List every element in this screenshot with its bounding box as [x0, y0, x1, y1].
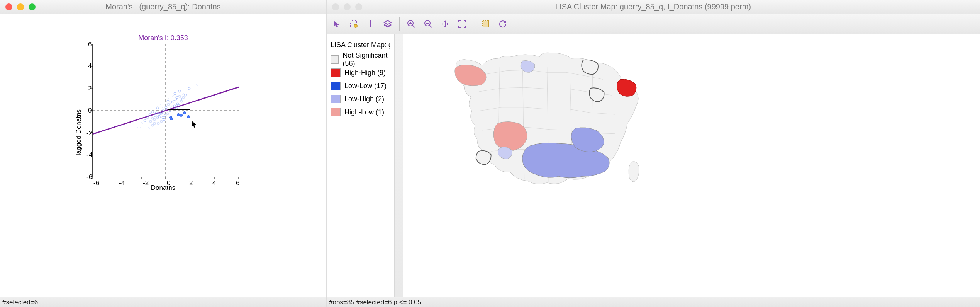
titlebar-right: LISA Cluster Map: guerry_85_q, I_Donatns…	[327, 0, 980, 14]
legend-item-low-high[interactable]: Low-High (2)	[331, 92, 390, 106]
legend-swatch	[331, 55, 339, 64]
svg-point-19	[149, 120, 152, 123]
svg-rect-96	[483, 21, 489, 27]
layers-tool[interactable]	[382, 19, 393, 29]
legend-label: Not Significant (56)	[342, 51, 390, 68]
svg-point-38	[159, 105, 161, 107]
svg-point-75	[163, 118, 165, 121]
svg-point-71	[149, 126, 151, 128]
y-tick: -2	[86, 130, 92, 137]
toolbar-separator	[474, 17, 474, 31]
svg-point-67	[182, 96, 185, 99]
legend-title: LISA Cluster Map: guerry	[331, 41, 390, 49]
status-text: #obs=85 #selected=6 p <= 0.05	[329, 298, 421, 306]
background-points	[138, 85, 197, 128]
legend-swatch	[331, 82, 341, 90]
svg-point-46	[167, 100, 169, 102]
mouse-cursor-icon	[191, 120, 198, 128]
legend-label: High-High (9)	[344, 69, 386, 77]
svg-point-44	[142, 121, 144, 123]
svg-point-50	[181, 92, 183, 94]
svg-point-78	[195, 85, 197, 87]
svg-point-58	[151, 117, 154, 119]
window-title-right: LISA Cluster Map: guerry_85_q, I_Donatns…	[327, 2, 980, 11]
svg-point-51	[178, 90, 181, 92]
svg-point-26	[161, 108, 163, 110]
legend-swatch	[331, 68, 341, 77]
pan-tool[interactable]	[440, 19, 451, 29]
titlebar-left: Moran's I (guerry_85_q): Donatns	[0, 0, 326, 14]
maximize-window-button[interactable]	[29, 3, 36, 10]
legend-item-low-low[interactable]: Low-Low (17)	[331, 79, 390, 92]
svg-point-73	[157, 122, 159, 125]
scatter-plot-area[interactable]: Moran's I: 0.353 lagged Donatns -6 -4 -2…	[0, 14, 326, 297]
minimize-window-button[interactable]	[17, 3, 24, 10]
svg-point-57	[154, 114, 156, 117]
svg-line-94	[429, 25, 432, 27]
map-canvas[interactable]	[403, 34, 980, 297]
legend-label: High-Low (1)	[344, 108, 384, 116]
morans-i-window: Moran's I (guerry_85_q): Donatns Moran's…	[0, 0, 327, 307]
refresh-tool[interactable]	[497, 19, 508, 29]
traffic-lights	[327, 3, 362, 10]
toolbar	[327, 14, 980, 34]
maximize-window-button[interactable]	[355, 3, 362, 10]
y-axis-label: lagged Donatns	[75, 109, 83, 155]
statusbar-left: #selected=6	[0, 297, 326, 307]
svg-point-33	[178, 95, 181, 97]
svg-point-49	[174, 92, 176, 95]
france-choropleth	[426, 40, 650, 193]
selection-box[interactable]	[168, 109, 190, 121]
full-extent-tool[interactable]	[457, 19, 468, 29]
svg-point-39	[156, 107, 159, 109]
legend-swatch	[331, 108, 341, 116]
svg-point-28	[167, 103, 170, 106]
svg-point-77	[138, 126, 140, 128]
svg-point-40	[151, 111, 154, 113]
close-window-button[interactable]	[332, 3, 339, 10]
svg-point-61	[164, 114, 166, 117]
svg-point-48	[171, 94, 173, 96]
legend-splitter[interactable]	[395, 34, 403, 297]
moran-i-value: Moran's I: 0.353	[0, 34, 326, 42]
brush-rect-tool[interactable]	[480, 19, 491, 29]
status-text: #selected=6	[2, 298, 38, 306]
legend-item-high-high[interactable]: High-High (9)	[331, 66, 390, 79]
legend-label: Low-Low (17)	[344, 82, 387, 90]
legend-item-not-significant[interactable]: Not Significant (56)	[331, 53, 390, 66]
svg-point-70	[151, 124, 154, 126]
statusbar-right: #obs=85 #selected=6 p <= 0.05	[327, 297, 980, 307]
add-layer-tool[interactable]	[365, 19, 376, 29]
legend-panel: LISA Cluster Map: guerry Not Significant…	[327, 34, 395, 297]
svg-point-86	[354, 24, 357, 27]
svg-point-35	[173, 105, 176, 107]
svg-point-55	[158, 116, 161, 118]
svg-point-66	[180, 98, 182, 100]
svg-point-72	[153, 122, 156, 125]
select-tool[interactable]	[348, 19, 359, 29]
zoom-out-tool[interactable]	[423, 19, 434, 29]
svg-point-32	[176, 96, 178, 99]
close-window-button[interactable]	[5, 3, 12, 10]
svg-point-29	[170, 101, 172, 103]
svg-point-31	[175, 98, 177, 100]
svg-point-76	[188, 87, 190, 90]
traffic-lights	[0, 3, 36, 10]
toolbar-separator	[399, 17, 400, 31]
svg-line-90	[412, 25, 415, 27]
x-axis-label: Donatns	[0, 184, 326, 192]
zoom-in-tool[interactable]	[406, 19, 417, 29]
svg-point-74	[160, 120, 163, 123]
y-tick: 6	[88, 41, 92, 48]
svg-point-69	[184, 94, 187, 96]
scatter-plot[interactable]	[93, 44, 239, 177]
svg-point-47	[169, 97, 171, 99]
lisa-map-window: LISA Cluster Map: guerry_85_q, I_Donatns…	[327, 0, 980, 307]
pointer-tool[interactable]	[331, 19, 342, 29]
window-title-left: Moran's I (guerry_85_q): Donatns	[0, 2, 326, 11]
svg-point-30	[173, 100, 175, 102]
minimize-window-button[interactable]	[344, 3, 351, 10]
legend-item-high-low[interactable]: High-Low (1)	[331, 106, 390, 119]
legend-label: Low-High (2)	[344, 95, 384, 103]
legend-swatch	[331, 95, 341, 103]
